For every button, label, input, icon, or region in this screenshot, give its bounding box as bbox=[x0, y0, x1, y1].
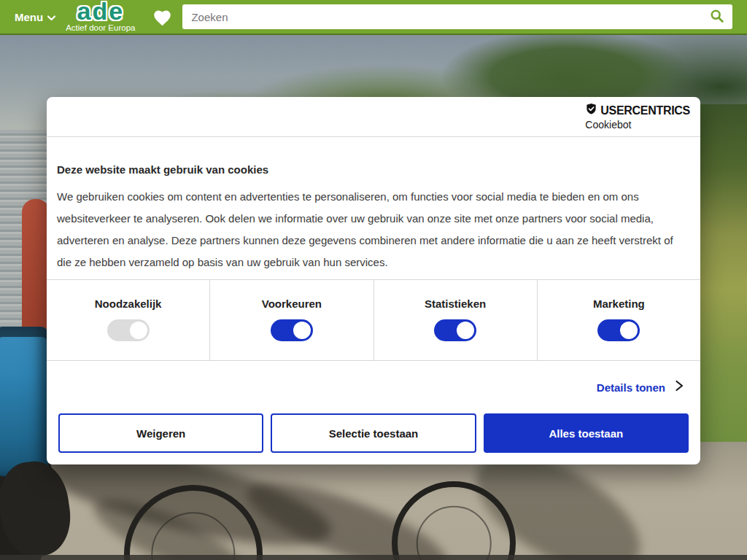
site-logo[interactable]: ade Actief door Europa bbox=[66, 1, 135, 32]
consent-brand-bar: USERCENTRICS Cookiebot bbox=[47, 97, 700, 137]
consent-categories: Noodzakelijk Voorkeuren Statistieken Mar… bbox=[47, 279, 700, 361]
favorites-heart-icon[interactable] bbox=[152, 8, 172, 26]
category-voorkeuren: Voorkeuren bbox=[210, 280, 374, 360]
brand-product: Cookiebot bbox=[585, 119, 631, 131]
chevron-down-icon bbox=[47, 11, 55, 23]
allow-selection-button[interactable]: Selectie toestaan bbox=[271, 413, 476, 453]
chevron-right-icon[interactable] bbox=[674, 380, 684, 394]
toggle-voorkeuren[interactable] bbox=[271, 319, 313, 341]
category-label: Marketing bbox=[593, 298, 645, 310]
cookie-consent-dialog: USERCENTRICS Cookiebot Deze website maak… bbox=[47, 97, 700, 464]
consent-buttons: Weigeren Selectie toestaan Alles toestaa… bbox=[47, 413, 700, 464]
shield-check-icon bbox=[585, 103, 597, 118]
deny-button[interactable]: Weigeren bbox=[58, 413, 263, 453]
search-icon bbox=[710, 9, 724, 26]
toggle-knob bbox=[130, 322, 147, 339]
toggle-statistieken[interactable] bbox=[434, 319, 476, 341]
toggle-knob bbox=[293, 322, 311, 339]
menu-label: Menu bbox=[15, 11, 43, 23]
category-label: Noodzakelijk bbox=[95, 298, 162, 310]
allow-all-button[interactable]: Alles toestaan bbox=[484, 413, 689, 453]
dialog-title: Deze website maakt gebruik van cookies bbox=[57, 163, 690, 176]
category-label: Voorkeuren bbox=[262, 298, 322, 310]
toggle-knob bbox=[620, 322, 638, 339]
dialog-description: We gebruiken cookies om content en adver… bbox=[57, 186, 690, 273]
page: Menu ade Actief door Europa bbox=[0, 0, 747, 560]
category-noodzakelijk: Noodzakelijk bbox=[47, 280, 210, 360]
menu-button[interactable]: Menu bbox=[0, 0, 66, 34]
toggle-knob bbox=[457, 322, 474, 339]
search-button[interactable] bbox=[702, 4, 732, 29]
bicycle-pannier-bag bbox=[0, 327, 48, 476]
details-row: Details tonen bbox=[47, 361, 700, 413]
toggle-marketing[interactable] bbox=[597, 319, 640, 341]
consent-message: Deze website maakt gebruik van cookies W… bbox=[47, 137, 700, 273]
logo-tagline: Actief door Europa bbox=[66, 23, 135, 32]
category-marketing: Marketing bbox=[538, 280, 700, 360]
usercentrics-logo: USERCENTRICS Cookiebot bbox=[585, 103, 690, 131]
logo-wordmark: ade bbox=[77, 1, 125, 21]
brand-name: USERCENTRICS bbox=[600, 104, 690, 117]
search-bar bbox=[182, 4, 732, 29]
category-label: Statistieken bbox=[425, 298, 486, 310]
search-input[interactable] bbox=[182, 4, 702, 29]
photo-bottom-edge bbox=[0, 555, 747, 560]
details-link[interactable]: Details tonen bbox=[597, 381, 665, 394]
site-header: Menu ade Actief door Europa bbox=[0, 0, 747, 35]
category-statistieken: Statistieken bbox=[374, 280, 538, 360]
toggle-noodzakelijk bbox=[107, 319, 150, 341]
